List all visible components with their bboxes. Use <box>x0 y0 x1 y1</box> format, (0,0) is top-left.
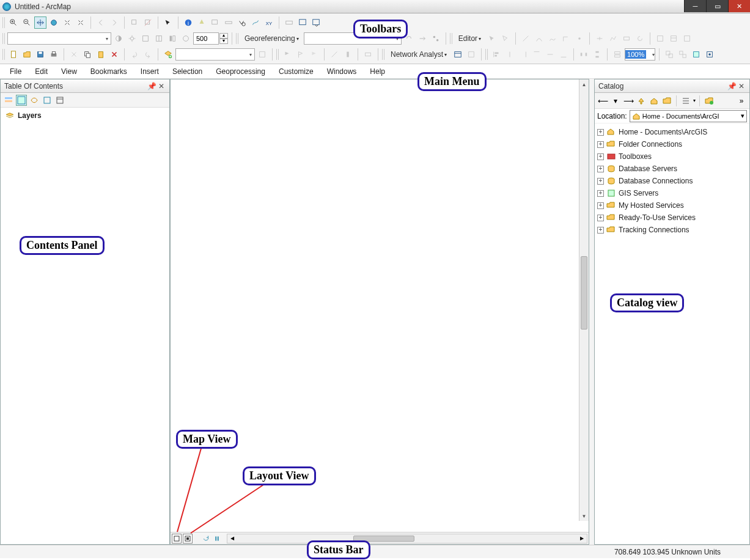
tree-item-toolboxes[interactable]: +Toolboxes <box>597 150 747 163</box>
catalog-folder-icon[interactable] <box>661 95 672 106</box>
tree-item-gis-servers[interactable]: +GIS Servers <box>597 187 747 199</box>
clear-selection-icon[interactable] <box>142 17 154 29</box>
time-slider-icon[interactable] <box>283 17 295 29</box>
flicker-rate-spinner[interactable]: ▲▼ <box>219 33 228 44</box>
align-right-icon[interactable] <box>517 48 529 61</box>
attributes-icon[interactable] <box>654 32 666 45</box>
align-bottom-icon[interactable] <box>557 48 570 61</box>
print-icon[interactable] <box>48 48 60 61</box>
sketch-props-icon[interactable] <box>667 32 680 45</box>
flicker-rate-input[interactable]: 500 <box>193 32 219 45</box>
layout-props-icon[interactable] <box>704 48 716 61</box>
paste-icon[interactable] <box>95 48 107 61</box>
find-route-icon[interactable] <box>249 17 262 29</box>
rotate-edit-icon[interactable] <box>634 32 646 45</box>
editor-toolbar-icon[interactable] <box>256 48 268 61</box>
distribute-v-icon[interactable] <box>591 48 603 61</box>
list-by-visibility-icon[interactable] <box>29 95 40 106</box>
georef-controlpts-icon[interactable] <box>430 32 442 45</box>
menu-edit[interactable]: Edit <box>29 65 54 78</box>
na-window-icon[interactable] <box>452 48 464 61</box>
menu-customize[interactable]: Customize <box>273 65 320 78</box>
menu-view[interactable]: View <box>55 65 83 78</box>
network-analyst-menu[interactable]: Network Analyst▾ <box>387 48 450 61</box>
delete-icon[interactable] <box>108 48 120 61</box>
edit-vertices-icon[interactable] <box>499 32 512 45</box>
menu-selection[interactable]: Selection <box>166 65 208 78</box>
zoom-in-icon[interactable] <box>7 17 20 29</box>
split-icon[interactable] <box>594 32 606 45</box>
na-solve-icon[interactable] <box>362 48 374 61</box>
menu-file[interactable]: File <box>4 65 28 78</box>
layout-view-button[interactable] <box>183 534 193 543</box>
tree-item-home[interactable]: +Home - Documents\ArcGIS <box>597 126 747 138</box>
tree-item-database-servers[interactable]: +Database Servers <box>597 163 747 175</box>
pin-icon[interactable]: 📌 <box>147 82 156 90</box>
hyperlink-icon[interactable] <box>196 17 208 29</box>
na-barrier-icon[interactable] <box>342 48 354 61</box>
tree-item-ready-services[interactable]: +Ready-To-Use Services <box>597 212 747 224</box>
toolbar-grip[interactable] <box>236 33 240 44</box>
identify-icon[interactable]: i <box>182 17 194 29</box>
trace-icon[interactable] <box>546 32 559 45</box>
close-panel-icon[interactable]: ✕ <box>737 82 746 90</box>
georef-target-combo[interactable]: ▾ <box>304 32 402 45</box>
toggle-draft-icon[interactable] <box>690 48 702 61</box>
maximize-button[interactable]: ▭ <box>706 0 728 12</box>
menu-bookmarks[interactable]: Bookmarks <box>84 65 133 78</box>
flicker-icon[interactable] <box>166 32 178 45</box>
menu-geoprocessing[interactable]: Geoprocessing <box>210 65 271 78</box>
catalog-list-icon[interactable] <box>680 95 691 106</box>
measure-icon[interactable] <box>222 17 235 29</box>
catalog-back-icon[interactable]: ⟵ <box>597 95 608 106</box>
effects-transparency-icon[interactable] <box>139 32 152 45</box>
layers-root-node[interactable]: Layers <box>6 111 164 120</box>
right-angle-icon[interactable] <box>560 32 572 45</box>
toc-options-icon[interactable] <box>54 95 65 106</box>
page-zoom-combo[interactable]: 100%▾ <box>625 48 655 61</box>
cut-icon[interactable] <box>68 48 80 61</box>
effects-contrast-icon[interactable] <box>112 32 125 45</box>
catalog-connect-folder-icon[interactable] <box>704 95 715 106</box>
tree-item-tracking[interactable]: +Tracking Connections <box>597 224 747 236</box>
catalog-up-icon[interactable] <box>636 95 647 106</box>
georef-shift-icon[interactable] <box>416 32 428 45</box>
reshape-icon[interactable] <box>607 32 619 45</box>
go-to-xy-icon[interactable]: XY <box>263 17 275 29</box>
map-scale-combo[interactable]: ▾ <box>175 48 255 61</box>
vertical-scrollbar[interactable]: ▲ ▼ <box>579 79 589 521</box>
new-icon[interactable] <box>7 48 20 61</box>
align-center-icon[interactable] <box>504 48 516 61</box>
arc-segment-icon[interactable] <box>533 32 545 45</box>
catalog-forward-icon[interactable]: ⟶ <box>623 95 634 106</box>
tree-item-folder-connections[interactable]: +Folder Connections <box>597 138 747 150</box>
midpoint-icon[interactable] <box>573 32 586 45</box>
menu-windows[interactable]: Windows <box>321 65 363 78</box>
open-icon[interactable] <box>21 48 33 61</box>
georeferencing-menu[interactable]: Georeferencing▾ <box>241 32 303 45</box>
location-input[interactable]: Home - Documents\ArcGI ▾ <box>630 110 747 122</box>
na-flag3-icon[interactable] <box>308 48 320 61</box>
toolbar-grip[interactable] <box>450 33 454 44</box>
distribute-h-icon[interactable] <box>578 48 590 61</box>
data-view-button[interactable] <box>172 534 182 543</box>
pause-icon[interactable] <box>212 534 222 543</box>
pan-icon[interactable] <box>34 17 46 29</box>
na-line-icon[interactable] <box>328 48 340 61</box>
same-width-icon[interactable] <box>611 48 623 61</box>
back-icon[interactable] <box>95 17 107 29</box>
list-by-selection-icon[interactable] <box>42 95 53 106</box>
georef-rotate-icon[interactable] <box>403 32 415 45</box>
toolbar-grip[interactable] <box>2 33 6 44</box>
list-by-source-icon[interactable] <box>16 95 27 106</box>
toolbar-grip[interactable] <box>382 49 386 60</box>
catalog-options-icon[interactable]: » <box>736 95 747 106</box>
redo-icon[interactable] <box>142 48 154 61</box>
cut-polygons-icon[interactable] <box>620 32 633 45</box>
menu-help[interactable]: Help <box>364 65 391 78</box>
catalog-home-icon[interactable] <box>649 95 660 106</box>
pin-icon[interactable]: 📌 <box>727 82 736 90</box>
find-icon[interactable] <box>236 17 248 29</box>
swipe-icon[interactable] <box>153 32 165 45</box>
forward-icon[interactable] <box>108 17 120 29</box>
